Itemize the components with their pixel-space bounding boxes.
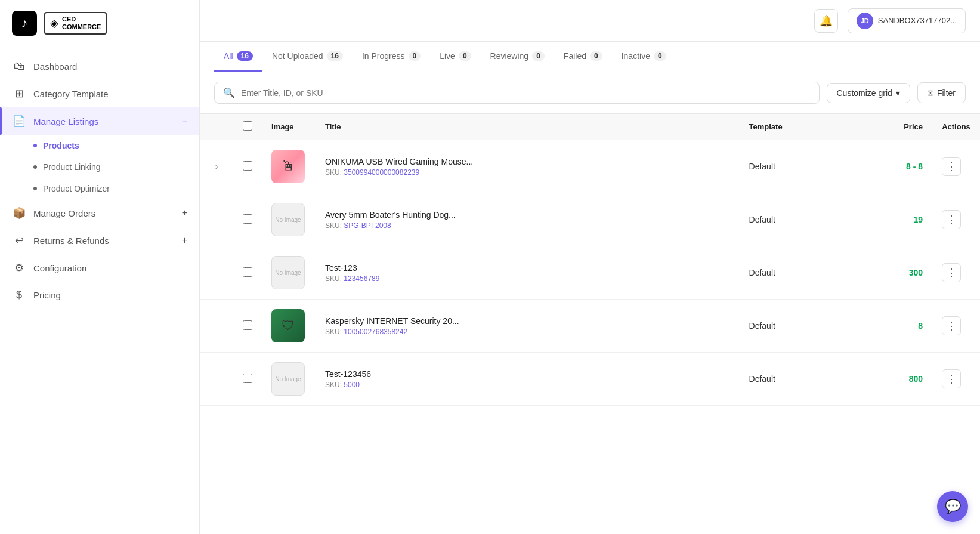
row-expand-button[interactable]: › — [209, 159, 224, 174]
sidebar-item-product-linking[interactable]: Product Linking — [0, 156, 199, 178]
sidebar-item-returns-refunds[interactable]: ↩ Returns & Refunds + — [0, 227, 199, 254]
row-checkbox[interactable] — [243, 267, 252, 277]
notification-bell-button[interactable]: 🔔 — [814, 9, 838, 33]
sidebar-item-label: Dashboard — [33, 61, 77, 72]
row-checkbox[interactable] — [243, 320, 252, 330]
customize-grid-button[interactable]: Customize grid ▾ — [827, 83, 910, 103]
product-image: 🖱 — [271, 150, 305, 183]
tiktok-icon: ♪ — [12, 11, 37, 36]
row-checkbox[interactable] — [243, 161, 252, 171]
tab-inactive[interactable]: Inactive 0 — [612, 42, 676, 72]
user-account-button[interactable]: JD SANDBOX73717702... — [848, 8, 966, 33]
tab-inactive-label: Inactive — [622, 51, 650, 61]
filter-label: Filter — [937, 88, 956, 98]
chevron-down-icon: ▾ — [896, 88, 900, 98]
product-sku: SKU: 123456789 — [325, 274, 730, 283]
select-all-checkbox[interactable] — [243, 121, 252, 131]
sidebar-item-label: Pricing — [33, 290, 61, 300]
table-body: › 🖱 ONIKUMA USB Wired Gaming Mouse... SK… — [200, 140, 980, 406]
products-table-wrap: Image Title Template Price Actions › — [200, 114, 980, 534]
row-actions-button[interactable]: ⋮ — [942, 210, 961, 229]
sidebar-item-manage-orders[interactable]: 📦 Manage Orders + — [0, 199, 199, 227]
sidebar-item-configuration[interactable]: ⚙ Configuration — [0, 254, 199, 282]
sidebar-item-pricing[interactable]: $ Pricing — [0, 282, 199, 308]
th-price: Price — [873, 114, 932, 140]
tab-reviewing-badge: 0 — [532, 51, 545, 61]
tab-reviewing-label: Reviewing — [490, 51, 529, 61]
product-sku: SKU: 3500994000000082239 — [325, 168, 730, 177]
product-optimizer-dot — [33, 187, 37, 190]
product-sku: SKU: 1005002768358242 — [325, 328, 730, 336]
manage-orders-expand: + — [182, 208, 187, 218]
tab-failed[interactable]: Failed 0 — [554, 42, 612, 72]
chat-widget-button[interactable]: 💬 — [937, 491, 968, 522]
th-template: Template — [740, 114, 873, 140]
sidebar-item-manage-listings[interactable]: 📄 Manage Listings − — [0, 107, 199, 135]
header: 🔔 JD SANDBOX73717702... — [200, 0, 980, 42]
product-price: 800 — [909, 374, 923, 384]
tab-in-progress-badge: 0 — [409, 51, 421, 61]
chat-icon: 💬 — [945, 499, 961, 514]
category-template-icon: ⊞ — [12, 87, 26, 100]
product-image: No Image — [271, 256, 305, 289]
row-actions-button[interactable]: ⋮ — [942, 263, 961, 282]
products-dot — [33, 144, 37, 147]
tab-live-badge: 0 — [459, 51, 471, 61]
row-actions-button[interactable]: ⋮ — [942, 369, 961, 388]
sidebar-item-category-template[interactable]: ⊞ Category Template — [0, 80, 199, 107]
sidebar-item-product-optimizer[interactable]: Product Optimizer — [0, 178, 199, 199]
row-checkbox[interactable] — [243, 214, 252, 224]
tab-failed-badge: 0 — [590, 51, 602, 61]
product-sku: SKU: SPG-BPT2008 — [325, 221, 730, 230]
table-row: No Image Test-123456 SKU: 5000 Default 8… — [200, 353, 980, 406]
main-area: 🔔 JD SANDBOX73717702... All 16 Not Uploa… — [200, 0, 980, 534]
returns-refunds-expand: + — [182, 235, 187, 246]
product-linking-label: Product Linking — [43, 162, 101, 172]
tab-not-uploaded-badge: 16 — [327, 51, 343, 61]
tab-live[interactable]: Live 0 — [430, 42, 480, 72]
sidebar-item-products[interactable]: Products — [0, 135, 199, 156]
manage-listings-icon: 📄 — [12, 115, 26, 128]
tab-reviewing[interactable]: Reviewing 0 — [481, 42, 554, 72]
customize-grid-label: Customize grid — [837, 88, 892, 98]
page-content: All 16 Not Uploaded 16 In Progress 0 Liv… — [200, 42, 980, 534]
row-actions-button[interactable]: ⋮ — [942, 316, 961, 335]
ced-logo-text: CED COMMERCE — [62, 16, 101, 31]
th-image: Image — [262, 114, 316, 140]
product-title: ONIKUMA USB Wired Gaming Mouse... — [325, 157, 730, 166]
row-checkbox[interactable] — [243, 374, 252, 383]
product-title: Kaspersky INTERNET Security 20... — [325, 316, 730, 326]
ced-logo-icon: ◈ — [50, 17, 58, 30]
row-actions-button[interactable]: ⋮ — [942, 157, 961, 176]
th-checkbox — [233, 114, 262, 140]
sidebar-item-label: Manage Orders — [33, 208, 95, 218]
filter-icon: ⧖ — [928, 88, 933, 98]
sidebar-item-label: Returns & Refunds — [33, 236, 109, 246]
tab-in-progress-label: In Progress — [362, 51, 405, 61]
sidebar: ♪ ◈ CED COMMERCE 🛍 Dashboard ⊞ Category … — [0, 0, 200, 534]
product-template: Default — [740, 246, 873, 300]
sidebar-item-label: Manage Listings — [33, 116, 98, 126]
dashboard-icon: 🛍 — [12, 60, 26, 73]
sidebar-item-dashboard[interactable]: 🛍 Dashboard — [0, 53, 199, 80]
table-row: No Image Test-123 SKU: 123456789 Default… — [200, 246, 980, 300]
product-price: 8 — [918, 321, 923, 331]
table-header: Image Title Template Price Actions — [200, 114, 980, 140]
product-template: Default — [740, 353, 873, 406]
product-sku: SKU: 5000 — [325, 381, 730, 389]
tab-in-progress[interactable]: In Progress 0 — [353, 42, 430, 72]
product-image: 🛡 — [271, 309, 305, 342]
tab-all[interactable]: All 16 — [214, 42, 262, 72]
filter-button[interactable]: ⧖ Filter — [917, 82, 966, 103]
toolbar: 🔍 Customize grid ▾ ⧖ Filter — [200, 72, 980, 114]
tab-all-badge: 16 — [237, 51, 253, 61]
tab-not-uploaded[interactable]: Not Uploaded 16 — [262, 42, 353, 72]
search-input[interactable] — [241, 88, 811, 98]
user-account-name: SANDBOX73717702... — [878, 16, 957, 25]
products-table: Image Title Template Price Actions › — [200, 114, 980, 406]
product-linking-dot — [33, 165, 37, 169]
manage-listings-subnav: Products Product Linking Product Optimiz… — [0, 135, 199, 199]
user-avatar: JD — [857, 13, 873, 29]
sidebar-item-label: Configuration — [33, 263, 86, 273]
sidebar-item-label: Category Template — [33, 89, 109, 99]
